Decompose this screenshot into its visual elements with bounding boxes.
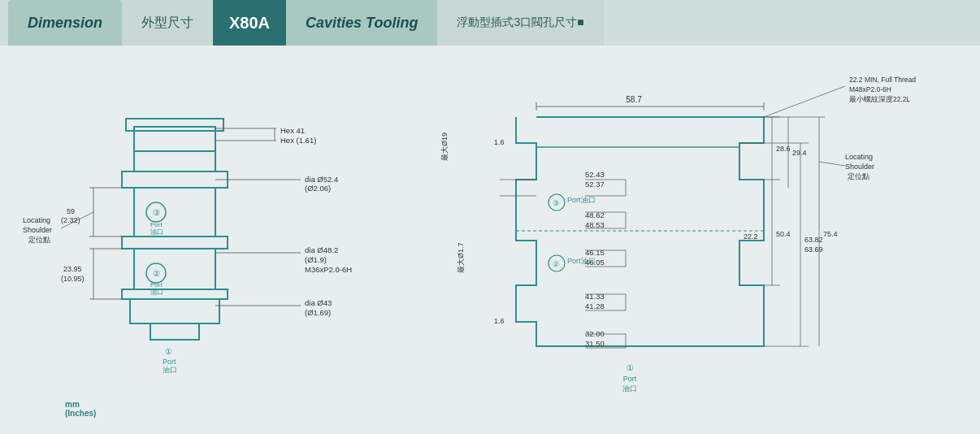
main-content: ③ ② Hex 41 Hex (1.61) [0,46,980,434]
svg-text:52.37: 52.37 [585,180,605,189]
svg-text:定位點: 定位點 [28,236,50,244]
svg-text:①: ① [627,363,634,372]
svg-text:58.7: 58.7 [626,95,642,104]
svg-line-54 [764,86,845,117]
svg-text:Port: Port [163,358,176,366]
left-diagram: ③ ② Hex 41 Hex (1.61) [8,54,358,426]
svg-text:②: ② [153,269,160,278]
right-diagram: 58.7 22.2 MIN, Full Thread M48xP2.0-6H 最… [374,54,972,426]
svg-text:(Ø1.9): (Ø1.9) [305,255,327,264]
svg-rect-3 [122,171,228,188]
svg-text:29.4: 29.4 [792,149,807,157]
svg-text:最大Ø1.7: 最大Ø1.7 [457,242,465,273]
svg-text:41.33: 41.33 [585,292,605,301]
svg-text:32.00: 32.00 [585,329,605,338]
svg-text:油口: 油口 [163,366,177,374]
svg-rect-8 [134,249,215,289]
tab-chinese1[interactable]: 外型尺寸 [122,0,213,46]
tab-chinese2-label: 浮動型插式3口閥孔尺寸■ [457,15,583,30]
svg-text:Shoulder: Shoulder [23,226,52,234]
svg-text:定位點: 定位點 [848,172,869,180]
svg-text:(10.95): (10.95) [61,275,85,283]
tab-x80a[interactable]: X80A [213,0,286,46]
svg-text:Hex (1.61): Hex (1.61) [280,136,316,145]
svg-text:Port油口: Port油口 [567,196,596,204]
svg-text:Port油口: Port油口 [567,257,596,265]
svg-text:50.4: 50.4 [776,230,791,238]
svg-rect-12 [130,299,219,323]
svg-text:31.50: 31.50 [585,339,605,348]
tab-x80a-label: X80A [229,14,270,33]
svg-text:③: ③ [153,208,160,217]
svg-text:dia Ø52.4: dia Ø52.4 [305,175,338,184]
header: Dimension 外型尺寸 X80A Cavities Tooling 浮動型… [0,0,980,46]
svg-text:59: 59 [67,207,75,215]
svg-rect-1 [126,119,223,131]
svg-text:46.15: 46.15 [585,248,605,257]
svg-text:Port: Port [150,281,163,289]
tab-chinese1-label: 外型尺寸 [141,15,193,32]
svg-text:M48xP2.0-6H: M48xP2.0-6H [849,85,891,93]
svg-text:Shoulder: Shoulder [845,163,874,171]
svg-text:油口: 油口 [150,289,163,296]
left-diagram-svg: ③ ② Hex 41 Hex (1.61) [8,54,358,427]
svg-text:Locating: Locating [23,216,50,224]
svg-text:41.28: 41.28 [585,302,605,310]
svg-text:(Ø1.69): (Ø1.69) [305,308,331,317]
svg-text:Hex 41: Hex 41 [280,126,305,135]
svg-text:52.43: 52.43 [585,170,605,179]
svg-text:Port: Port [150,221,163,228]
svg-text:(Ø2.06): (Ø2.06) [305,184,331,193]
svg-text:M36xP2.0-6H: M36xP2.0-6H [305,265,352,274]
svg-text:Locating: Locating [845,153,873,161]
svg-text:22.2: 22.2 [744,232,758,241]
svg-text:23.95: 23.95 [63,265,82,273]
tab-chinese2[interactable]: 浮動型插式3口閥孔尺寸■ [437,0,603,46]
svg-line-92 [819,162,845,166]
svg-rect-7 [122,237,228,249]
tab-dimension-label: Dimension [28,15,102,32]
svg-text:油口: 油口 [622,384,637,393]
svg-text:1.6: 1.6 [494,138,505,146]
svg-text:最小螺紋深度22.2L: 最小螺紋深度22.2L [849,95,911,103]
svg-text:75.4: 75.4 [823,230,838,238]
svg-text:1.6: 1.6 [494,317,505,325]
svg-text:①: ① [165,347,172,356]
svg-text:最大Ø19: 最大Ø19 [440,132,449,161]
svg-text:48.53: 48.53 [585,220,605,229]
tab-dimension[interactable]: Dimension [8,0,122,46]
tab-cavities-label: Cavities Tooling [306,15,418,32]
svg-rect-2 [134,151,215,171]
svg-text:②: ② [553,260,559,268]
svg-rect-13 [150,323,199,340]
unit-label: mm (Inches) [65,400,96,418]
svg-rect-11 [122,289,228,299]
svg-text:22.2 MIN, Full Thread: 22.2 MIN, Full Thread [849,76,916,84]
svg-text:Port: Port [623,375,637,383]
svg-text:63.69: 63.69 [804,245,823,254]
svg-text:63.82: 63.82 [804,236,823,244]
mm-text: mm [65,400,96,409]
tab-cavities[interactable]: Cavities Tooling [286,0,437,46]
inches-text: (Inches) [65,409,96,418]
svg-text:油口: 油口 [150,228,163,236]
svg-text:③: ③ [553,199,559,207]
svg-text:dia Ø48.2: dia Ø48.2 [305,245,338,254]
right-diagram-svg: 58.7 22.2 MIN, Full Thread M48xP2.0-6H 最… [374,54,943,427]
svg-text:dia Ø43: dia Ø43 [305,298,332,307]
